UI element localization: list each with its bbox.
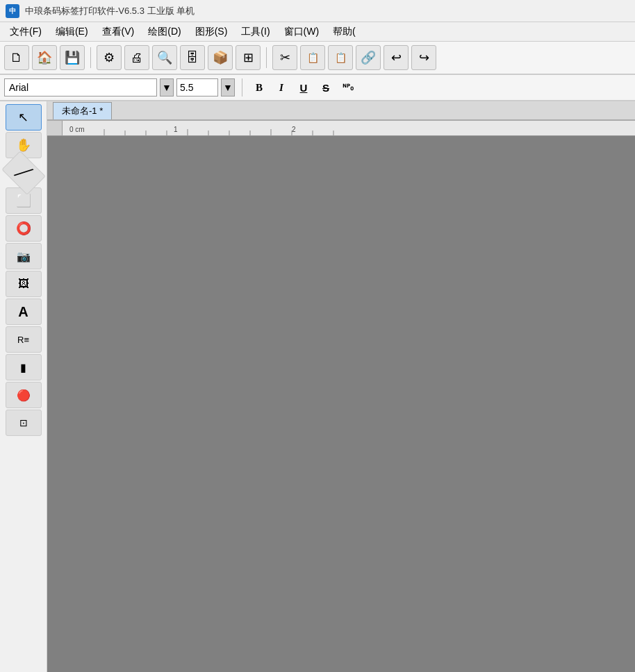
tool-text[interactable]: A	[6, 299, 42, 325]
tool-grid2[interactable]: ⊡	[6, 410, 42, 436]
tool-select[interactable]: ↖	[6, 104, 42, 131]
font-italic-btn[interactable]: I	[272, 78, 291, 96]
tool-shape[interactable]: 🔴	[6, 382, 42, 408]
canvas-area[interactable]: 未命名-1 * 0 cm 1 2	[47, 101, 635, 672]
toolbar-undo[interactable]: ↩	[384, 45, 409, 70]
font-strike-btn[interactable]: S	[316, 78, 336, 96]
menu-file[interactable]: 文件(F)	[3, 24, 49, 40]
toolbar: 🗋 🏠 💾 ⚙ 🖨 🔍 🗄 📦 ⊞ ✂ 📋 📋 🔗 ↩ ↪	[0, 42, 635, 75]
tool-image[interactable]: 🖼	[6, 271, 42, 297]
font-bar: ▼ ▼ B I U S ᴺᴾ₀	[0, 75, 635, 101]
tool-ellipse[interactable]: ⭕	[6, 215, 42, 242]
font-name-dropdown[interactable]: ▼	[160, 78, 174, 96]
tool-barcode[interactable]: ▮	[6, 354, 42, 380]
app-icon: 中	[6, 4, 19, 18]
menu-bar: 文件(F) 编辑(E) 查看(V) 绘图(D) 图形(S) 工具(I) 窗口(W…	[0, 22, 635, 42]
menu-tools[interactable]: 工具(I)	[234, 24, 277, 40]
tab-bar: 未命名-1 *	[47, 101, 635, 121]
toolbar-new[interactable]: 🗋	[4, 45, 29, 70]
menu-window[interactable]: 窗口(W)	[277, 24, 327, 40]
font-name-input[interactable]	[4, 78, 157, 96]
main-area: ↖ ✋ ╱ ⬜ ⭕ 📷 🖼 A R≡ ▮ 🔴 ⊡ 未命名-1 * 0 cm 1 …	[0, 101, 635, 672]
toolbar-db2[interactable]: 📦	[208, 45, 233, 70]
menu-edit[interactable]: 编辑(E)	[49, 24, 95, 40]
document-tab[interactable]: 未命名-1 *	[53, 102, 112, 119]
font-bold-btn[interactable]: B	[249, 78, 269, 96]
tool-photo[interactable]: 📷	[6, 243, 42, 269]
menu-shape[interactable]: 图形(S)	[188, 24, 235, 40]
toolbar-save[interactable]: 💾	[60, 45, 85, 70]
toolbar-print[interactable]: 🖨	[124, 45, 149, 70]
toolbox: ↖ ✋ ╱ ⬜ ⭕ 📷 🖼 A R≡ ▮ 🔴 ⊡	[0, 101, 47, 672]
font-size-input[interactable]	[176, 78, 218, 96]
menu-view[interactable]: 查看(V)	[95, 24, 142, 40]
toolbar-db1[interactable]: 🗄	[180, 45, 205, 70]
toolbar-sep1	[90, 47, 91, 68]
toolbar-zoom[interactable]: 🔍	[152, 45, 177, 70]
font-sep	[242, 78, 242, 96]
font-size-dropdown[interactable]: ▼	[221, 78, 235, 96]
toolbar-grid[interactable]: ⊞	[236, 45, 261, 70]
toolbar-paste[interactable]: 📋	[328, 45, 353, 70]
toolbar-copy[interactable]: 📋	[300, 45, 325, 70]
menu-draw[interactable]: 绘图(D)	[141, 24, 188, 40]
ruler-ticks	[63, 121, 635, 135]
toolbar-settings[interactable]: ⚙	[97, 45, 122, 70]
menu-help[interactable]: 帮助(	[326, 24, 363, 40]
toolbar-redo[interactable]: ↪	[411, 45, 436, 70]
toolbar-cut[interactable]: ✂	[272, 45, 297, 70]
ruler-horizontal: 0 cm 1 2	[63, 121, 635, 135]
font-special-btn[interactable]: ᴺᴾ₀	[338, 78, 358, 96]
app-icon-text: 中	[9, 6, 16, 16]
toolbar-sep2	[266, 47, 267, 68]
tool-richtext[interactable]: R≡	[6, 326, 42, 353]
app-title: 中琅条码标签打印软件-V6.5.3 工业版 单机	[25, 5, 195, 17]
font-underline-btn[interactable]: U	[294, 78, 313, 96]
toolbar-link[interactable]: 🔗	[356, 45, 381, 70]
ruler-corner	[47, 121, 63, 135]
title-bar: 中 中琅条码标签打印软件-V6.5.3 工业版 单机	[0, 0, 635, 22]
toolbar-home[interactable]: 🏠	[32, 45, 57, 70]
